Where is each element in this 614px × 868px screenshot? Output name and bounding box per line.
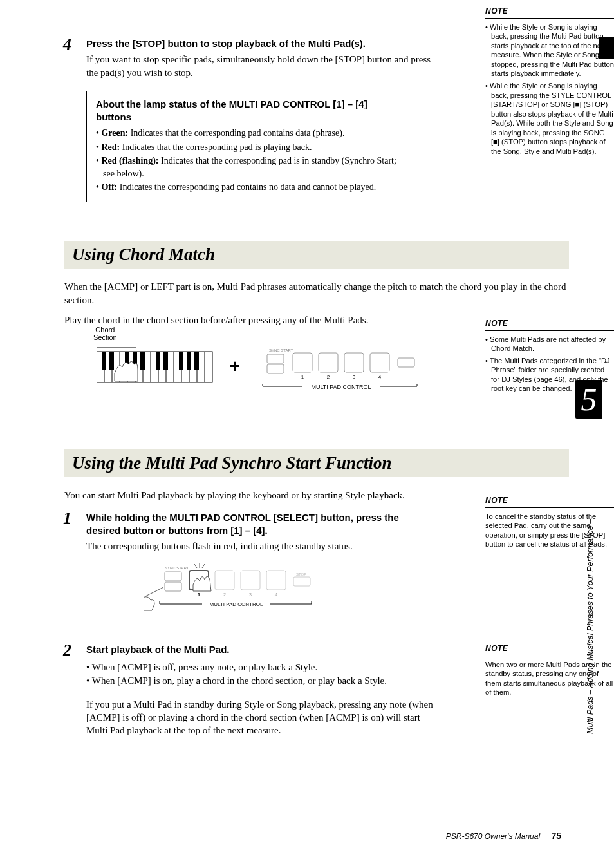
page-footer: PSR-S670 Owner's Manual 75 [446,831,561,841]
svg-rect-58 [293,577,310,586]
svg-rect-22 [179,352,183,370]
note-bullet: • While the Style or Song is playing bac… [485,23,614,79]
note-title: NOTE [485,6,614,19]
svg-line-50 [194,564,197,568]
multipad-control-label: MULTI PAD CONTROL [311,384,371,390]
doc-title: PSR-S670 Owner's Manual [446,832,540,841]
svg-rect-16 [109,352,114,370]
section-title-chord-match: Using Chord Match [64,241,569,269]
svg-rect-21 [163,352,168,370]
inset-item: • Green: Indicates that the correspondin… [96,127,405,140]
svg-rect-24 [194,352,199,370]
svg-text:SYNC START: SYNC START [165,566,189,570]
svg-rect-15 [102,352,106,370]
inset-item: • Off: Indicates the corresponding pad c… [96,181,405,194]
step4-body: If you want to stop specific pads, simul… [86,53,434,79]
svg-text:+: + [230,356,240,376]
note-bullet: • Some Multi Pads are not affected by Ch… [485,335,614,354]
step-number-4: 4 [63,35,71,54]
svg-text:1: 1 [198,592,201,598]
step1-body: The corresponding buttons flash in red, … [86,540,434,552]
step2-bullet: • When [ACMP] is on, play a chord in the… [86,674,434,688]
step1-heading: While holding the MULTI PAD CONTROL [SEL… [86,511,434,538]
svg-rect-20 [156,352,160,370]
note-body: When two or more Multi Pads are in the s… [485,660,614,697]
svg-rect-56 [266,571,286,590]
step-number-1: 1 [63,509,71,528]
keyboard-svg: + SYNC START SELECT STOP 1 2 3 4 [97,340,431,398]
lamp-status-box: About the lamp status of the MULTI PAD C… [86,91,414,202]
chord-match-intro1: When the [ACMP] or LEFT part is on, Mult… [64,280,569,307]
svg-text:2: 2 [327,374,330,380]
page-number: 75 [551,831,561,841]
svg-rect-30 [267,364,284,373]
svg-text:4: 4 [275,592,278,598]
note-bullet: • The Multi Pads categorized in the "DJ … [485,356,614,393]
svg-rect-55 [241,571,260,590]
step2-bullet: • When [ACMP] is off, press any note, or… [86,661,434,674]
svg-text:2: 2 [223,592,227,598]
note-title: NOTE [485,644,614,656]
step4-heading: Press the [STOP] button to stop playback… [86,37,434,50]
step2-heading: Start playback of the Multi Pad. [86,643,434,656]
section-title-synchro: Using the Multi Pad Synchro Start Functi… [64,449,569,477]
svg-rect-49 [165,582,181,591]
svg-rect-54 [215,571,234,590]
inset-title: About the lamp status of the MULTI PAD C… [96,98,405,124]
note-title: NOTE [485,319,614,331]
step-number-2: 2 [63,641,71,660]
svg-text:3: 3 [353,374,356,380]
inset-item: • Red (flashing): Indicates that the cor… [96,155,405,181]
svg-line-48 [145,587,163,596]
svg-rect-23 [187,352,191,370]
note-box-3: NOTE To cancel the standby status of the… [485,496,614,549]
step2-paragraph: If you put a Multi Pad in standby during… [86,698,434,737]
svg-text:STOP: STOP [296,572,306,576]
inset-item: • Red: Indicates that the corresponding … [96,141,405,154]
svg-text:MULTI PAD CONTROL: MULTI PAD CONTROL [210,601,263,607]
note-body: To cancel the standby status of the sele… [485,512,614,549]
svg-rect-28 [267,354,284,363]
svg-text:3: 3 [249,592,252,598]
svg-line-52 [202,564,205,568]
synchro-diagram: SYNC START SELECT [144,560,434,618]
svg-rect-19 [140,352,145,370]
svg-rect-31 [293,353,312,372]
svg-rect-32 [319,353,338,372]
svg-rect-36 [398,358,414,367]
svg-text:4: 4 [378,374,382,380]
note-box-1: NOTE • While the Style or Song is playin… [485,6,614,158]
note-bullet: • While the Style or Song is playing bac… [485,81,614,156]
svg-text:SYNC START: SYNC START [269,348,293,352]
note-box-4: NOTE When two or more Multi Pads are in … [485,644,614,697]
svg-text:1: 1 [301,374,304,380]
note-box-2: NOTE • Some Multi Pads are not affected … [485,319,614,396]
svg-rect-46 [165,572,181,581]
svg-rect-33 [344,353,364,372]
chord-section-label: Chord Section [93,326,117,341]
note-title: NOTE [485,496,614,508]
svg-rect-34 [370,353,389,372]
